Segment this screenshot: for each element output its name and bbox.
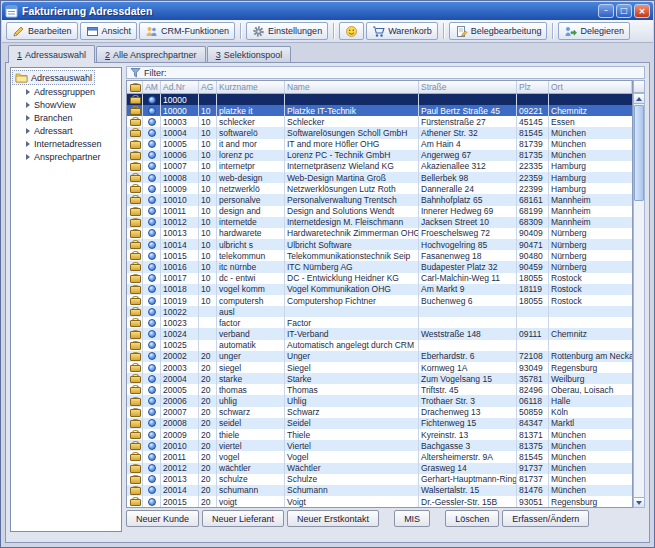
table-row[interactable]: 20007 20 schwarz Schwarz Drachenweg 13 5… [127, 407, 632, 418]
filter-bar[interactable]: Filter: [126, 66, 645, 79]
column-header-strasse[interactable]: Straße [419, 81, 517, 93]
table-row[interactable]: 10022 ausl [127, 306, 632, 317]
filter-adnr-value[interactable]: 10000 [161, 94, 199, 105]
lock-icon [130, 240, 139, 249]
bearbeiten-button[interactable]: Bearbeiten [6, 22, 78, 40]
column-header-ag[interactable]: AG [199, 81, 217, 93]
column-header-plz[interactable]: Plz [517, 81, 549, 93]
belegbearbeitung-button[interactable]: Belegbearbeitung [449, 22, 548, 40]
address-ball-icon [148, 319, 156, 327]
expander-icon[interactable] [26, 141, 30, 147]
cell-am [143, 139, 161, 150]
table-row[interactable]: 10004 10 softwarelö Softwarelösungen Sch… [127, 127, 632, 138]
expander-icon[interactable] [26, 89, 30, 95]
tree-item[interactable]: ShowView [12, 98, 120, 111]
tab[interactable]: 3 Selektionspool [207, 46, 292, 62]
table-row[interactable]: 20006 20 uhlig Uhlig Trothaer Str. 3 061… [127, 395, 632, 406]
expander-icon[interactable] [26, 115, 30, 121]
table-row[interactable]: 20003 20 siegel Siegel Kornweg 1A 93049 … [127, 362, 632, 373]
delegieren-button[interactable]: Delegieren [558, 22, 630, 40]
expander-icon[interactable] [26, 154, 30, 160]
cell-am [143, 228, 161, 239]
table-row[interactable]: 10024 verband IT-Verband Weststraße 148 … [127, 328, 632, 339]
column-header-am[interactable]: AM [143, 81, 161, 93]
tree-root-adressauswahl[interactable]: Adressauswahl [12, 70, 95, 85]
column-header-name[interactable]: Name [285, 81, 419, 93]
table-row[interactable]: 10008 10 web-design Web-Design Martina G… [127, 172, 632, 183]
crm-funktionen-button[interactable]: CRM-Funktionen [139, 22, 235, 40]
ansicht-button[interactable]: Ansicht [80, 22, 138, 40]
einstellungen-button[interactable]: Einstellungen [246, 22, 328, 40]
table-row[interactable]: 20010 20 viertel Viertel Bachgasse 3 813… [127, 440, 632, 451]
table-row[interactable]: 10018 10 vogel komm Vogel Kommunikation … [127, 284, 632, 295]
erfassen-aendern-button[interactable]: Erfassen/Ändern [502, 510, 589, 527]
tree-item[interactable]: Internetadressen [12, 137, 120, 150]
cell-plz [517, 340, 549, 351]
table-row[interactable]: 10019 10 computersh Computershop Fichtne… [127, 295, 632, 306]
table-row[interactable]: 20014 20 schumann Schumann Walsertalstr.… [127, 485, 632, 496]
table-row[interactable]: 20011 20 vogel Vogel Altersheimerstr. 9A… [127, 451, 632, 462]
neuer-kunde-button[interactable]: Neuer Kunde [126, 510, 199, 527]
column-header-kurzname[interactable]: Kurzname [217, 81, 285, 93]
grid-filter-row[interactable]: 10000 [127, 94, 632, 105]
vertical-scrollbar[interactable] [633, 93, 645, 508]
table-row[interactable]: 10006 10 lorenz pc Lorenz PC - Technik G… [127, 150, 632, 161]
scroll-down-button[interactable] [634, 497, 644, 507]
smiley-button[interactable] [339, 22, 364, 40]
table-row[interactable]: 20009 20 thiele Thiele Kyreinstr. 13 813… [127, 429, 632, 440]
tab[interactable]: 2 Alle Ansprechpartner [96, 46, 206, 62]
loeschen-button[interactable]: Löschen [445, 510, 499, 527]
column-header-adnr[interactable]: Ad.Nr [161, 81, 199, 93]
cell-am [143, 127, 161, 138]
table-row[interactable]: 10005 10 it and mor IT and more Höfler O… [127, 139, 632, 150]
cell-name: Design and Solutions Wendt [285, 206, 419, 217]
cell-am [143, 362, 161, 373]
table-row[interactable]: 10012 10 internetde Internetdesign M. Fl… [127, 217, 632, 228]
table-row[interactable]: 20015 20 voigt Voigt Dr.-Gessler-Str. 15… [127, 496, 632, 507]
table-row[interactable]: 10009 10 netzwerklö Netzwerklösungen Lut… [127, 183, 632, 194]
table-row[interactable]: 10000 10 platzke it Platzke IT-Technik P… [127, 105, 632, 116]
neuer-erstkontakt-button[interactable]: Neuer Erstkontakt [287, 510, 379, 527]
tree-item[interactable]: Adressgruppen [12, 85, 120, 98]
table-row[interactable]: 10007 10 internetpr Internetpräsenz Wiel… [127, 161, 632, 172]
tree-item[interactable]: Adressart [12, 124, 120, 137]
table-row[interactable]: 20012 20 wächtler Wächtler Grasweg 14 91… [127, 463, 632, 474]
table-row[interactable]: 10003 10 schlecker Schlecker Fürstenstra… [127, 116, 632, 127]
tab[interactable]: 1 Adressauswahl [8, 45, 95, 63]
table-row[interactable]: 20002 20 unger Unger Eberhardstr. 6 7210… [127, 351, 632, 362]
cell-kurzname: vogel komm [217, 284, 285, 295]
titlebar[interactable]: Fakturierung Adressdaten – □ × [2, 2, 653, 20]
expander-icon[interactable] [26, 128, 30, 134]
table-row[interactable]: 10014 10 ulbricht s Ulbricht Software Ho… [127, 239, 632, 250]
cell-name: Schwarz [285, 407, 419, 418]
table-row[interactable]: 10023 factor Factor [127, 317, 632, 328]
tree-item[interactable]: Ansprechpartner [12, 150, 120, 163]
grid-corner-button[interactable] [633, 80, 645, 93]
close-button[interactable]: × [634, 4, 650, 18]
table-row[interactable]: 20004 20 starke Starke Zum Vogelsang 15 … [127, 373, 632, 384]
scrollbar-thumb[interactable] [634, 105, 644, 201]
expander-icon[interactable] [26, 102, 30, 108]
table-row[interactable]: 10025 automatik Automatisch angelegt dur… [127, 340, 632, 351]
table-row[interactable]: 10010 10 personalve Personalverwaltung T… [127, 194, 632, 205]
warenkorb-button[interactable]: Warenkorb [366, 22, 438, 40]
table-row[interactable]: 10016 10 itc nürnbe ITC Nürnberg AG Buda… [127, 261, 632, 272]
table-row[interactable]: 10013 10 hardwarete Hardwaretechnik Zimm… [127, 228, 632, 239]
cell-lock [127, 373, 143, 384]
neuer-lieferant-button[interactable]: Neuer Lieferant [202, 510, 284, 527]
column-header-lock[interactable] [127, 81, 143, 93]
column-header-ort[interactable]: Ort [549, 81, 632, 93]
mis-button[interactable]: MIS [394, 510, 430, 527]
table-row[interactable]: 10017 10 dc - entwi DC - Entwicklung Hei… [127, 273, 632, 284]
cell-am [143, 261, 161, 272]
table-row[interactable]: 20008 20 seidel Seidel Fichtenweg 15 843… [127, 418, 632, 429]
cell-strasse: Athener Str. 32 [419, 127, 517, 138]
maximize-button[interactable]: □ [616, 4, 632, 18]
table-row[interactable]: 10011 10 design and Design and Solutions… [127, 206, 632, 217]
table-row[interactable]: 10015 10 telekommun Telekommunikationste… [127, 250, 632, 261]
table-row[interactable]: 20005 20 thomas Thomas Triftstr. 45 8249… [127, 384, 632, 395]
tree-item[interactable]: Branchen [12, 111, 120, 124]
scroll-up-button[interactable] [634, 94, 644, 104]
minimize-button[interactable]: – [598, 4, 614, 18]
table-row[interactable]: 20013 20 schulze Schulze Gerhart-Hauptma… [127, 474, 632, 485]
